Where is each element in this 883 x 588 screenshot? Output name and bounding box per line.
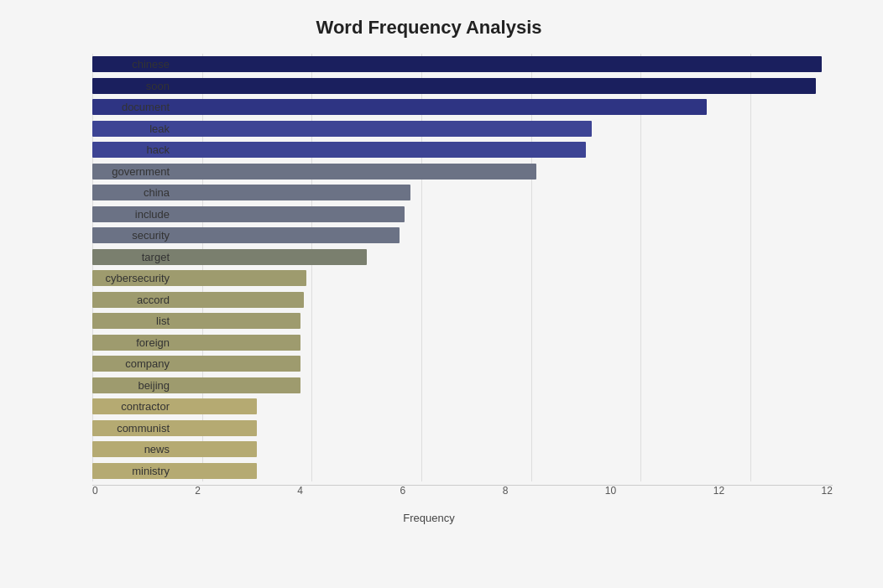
bar-row: china bbox=[92, 182, 833, 204]
x-tick: 12 bbox=[822, 485, 833, 497]
bar-wrapper bbox=[92, 96, 833, 118]
bar-label: cybersecurity bbox=[92, 272, 176, 284]
x-tick: 6 bbox=[400, 485, 406, 497]
bar-label: beijing bbox=[92, 379, 176, 392]
bar-label: soon bbox=[92, 80, 176, 92]
bar-wrapper bbox=[92, 439, 833, 461]
bar-row: contractor bbox=[92, 396, 833, 418]
bar-wrapper bbox=[92, 353, 833, 375]
bar-wrapper bbox=[92, 396, 833, 418]
x-tick: 12 bbox=[713, 485, 724, 497]
bar-wrapper bbox=[92, 225, 833, 247]
bar-row: beijing bbox=[92, 375, 833, 397]
bar-wrapper bbox=[92, 332, 833, 354]
bar-label: news bbox=[92, 443, 176, 455]
bar-wrapper bbox=[92, 161, 833, 183]
bar-wrapper bbox=[92, 118, 833, 140]
x-axis-label: Frequency bbox=[8, 512, 849, 524]
bar bbox=[92, 78, 816, 94]
bar-row: security bbox=[92, 225, 833, 247]
bar-wrapper bbox=[92, 75, 833, 97]
bar-label: contractor bbox=[92, 400, 176, 413]
bar-wrapper bbox=[92, 247, 833, 268]
x-tick: 10 bbox=[605, 485, 616, 497]
bar-row: government bbox=[92, 161, 833, 183]
bar-row: news bbox=[92, 439, 833, 461]
bar-label: document bbox=[92, 101, 176, 113]
bar-wrapper bbox=[92, 204, 833, 226]
x-tick: 4 bbox=[297, 485, 303, 497]
bar-wrapper bbox=[92, 418, 833, 440]
bar-row: include bbox=[92, 204, 833, 226]
chart-title: Word Frequency Analysis bbox=[8, 17, 849, 39]
bar-row: accord bbox=[92, 289, 833, 311]
chart-container: Word Frequency Analysis chinesesoondocum… bbox=[0, 0, 883, 588]
bar-row: ministry bbox=[92, 461, 833, 482]
x-tick: 2 bbox=[195, 485, 201, 497]
bar-row: hack bbox=[92, 139, 833, 161]
x-axis: 02468101212 bbox=[8, 485, 849, 510]
bar-label: foreign bbox=[92, 336, 176, 349]
bar-label: chinese bbox=[92, 58, 176, 70]
bar-row: cybersecurity bbox=[92, 268, 833, 289]
bar-wrapper bbox=[92, 54, 833, 75]
bar-row: leak bbox=[92, 118, 833, 140]
bar-label: hack bbox=[92, 143, 176, 156]
bar-row: list bbox=[92, 310, 833, 332]
bar bbox=[92, 56, 822, 72]
bar bbox=[92, 99, 707, 115]
bar-row: company bbox=[92, 353, 833, 375]
bar-wrapper bbox=[92, 461, 833, 482]
bar-label: government bbox=[92, 165, 176, 178]
bar-row: foreign bbox=[92, 332, 833, 354]
bar-row: document bbox=[92, 96, 833, 118]
bars-section: chinesesoondocumentleakhackgovernmentchi… bbox=[8, 54, 849, 481]
bar-label: ministry bbox=[92, 465, 176, 477]
bar-label: target bbox=[92, 251, 176, 263]
bar-label: accord bbox=[92, 294, 176, 306]
bar-wrapper bbox=[92, 375, 833, 397]
bar-wrapper bbox=[92, 289, 833, 311]
bar-label: security bbox=[92, 229, 176, 242]
x-axis-ticks: 02468101212 bbox=[92, 485, 833, 510]
x-tick: 0 bbox=[92, 485, 98, 497]
chart-area: chinesesoondocumentleakhackgovernmentchi… bbox=[8, 54, 849, 524]
bar-label: company bbox=[92, 357, 176, 370]
bar-row: communist bbox=[92, 418, 833, 440]
bar-wrapper bbox=[92, 310, 833, 332]
bar-label: leak bbox=[92, 122, 176, 135]
bar-row: soon bbox=[92, 75, 833, 97]
x-tick: 8 bbox=[503, 485, 509, 497]
bar-row: target bbox=[92, 247, 833, 268]
bar-label: list bbox=[92, 315, 176, 327]
bar-label: include bbox=[92, 208, 176, 221]
bar-wrapper bbox=[92, 182, 833, 204]
bar-label: china bbox=[92, 186, 176, 199]
bar-row: chinese bbox=[92, 54, 833, 75]
bar-wrapper bbox=[92, 268, 833, 289]
bar-label: communist bbox=[92, 422, 176, 434]
x-axis-line bbox=[92, 485, 833, 486]
bar-wrapper bbox=[92, 139, 833, 161]
